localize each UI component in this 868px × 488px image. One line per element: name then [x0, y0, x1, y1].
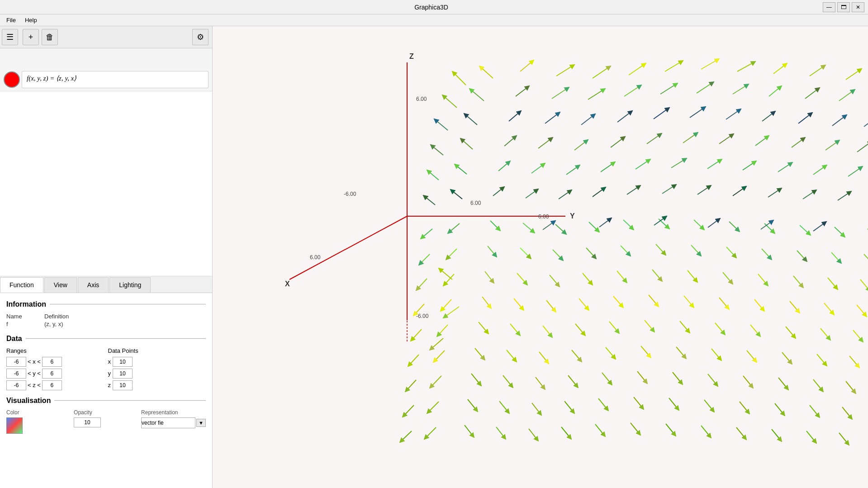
- repr-label: Representation: [141, 409, 206, 416]
- dp-y-input[interactable]: [113, 369, 133, 379]
- y-axis-label: Y: [570, 212, 575, 220]
- vis-title: Visualisation: [6, 397, 51, 405]
- dp-z-row: z: [108, 380, 206, 390]
- z-axis-label: Z: [409, 52, 414, 60]
- svg-text:-6.00: -6.00: [344, 191, 356, 197]
- repr-section: Representation ▼: [141, 409, 206, 428]
- menu-bar: File Help: [0, 14, 868, 26]
- repr-input[interactable]: [141, 417, 195, 428]
- tab-bar: Function View Axis Lighting: [0, 276, 212, 293]
- canvas-svg: Z X Y 6.00 -6.00 6.00 6.00 6.00 -6.00: [213, 26, 868, 488]
- x-max-input[interactable]: [42, 357, 62, 367]
- x-min-input[interactable]: [6, 357, 26, 367]
- opacity-input[interactable]: [74, 417, 101, 427]
- svg-text:-6.00: -6.00: [416, 313, 429, 319]
- tab-view[interactable]: View: [44, 277, 77, 293]
- close-button[interactable]: ✕: [852, 2, 864, 12]
- vis-grid: Color Opacity Representation ▼: [6, 409, 206, 434]
- vis-divider: [54, 400, 206, 401]
- delete-button[interactable]: 🗑: [42, 29, 58, 45]
- function-row: f(x, y, z) = ⟨z, y, x⟩: [0, 68, 212, 91]
- y-max-input[interactable]: [42, 369, 62, 379]
- settings-button[interactable]: ⚙: [192, 29, 209, 45]
- svg-text:6.00: 6.00: [310, 254, 321, 261]
- range-y-row: < y <: [6, 369, 104, 379]
- ranges-section: Ranges < x < < y < < z <: [6, 347, 104, 392]
- dp-y-label: y: [108, 370, 111, 377]
- color-label: Color: [6, 409, 70, 416]
- dp-x-input[interactable]: [113, 357, 133, 367]
- minimize-button[interactable]: —: [823, 2, 835, 12]
- range-z-row: < z <: [6, 380, 104, 390]
- z-max-input[interactable]: [42, 380, 62, 390]
- opacity-label: Opacity: [74, 409, 138, 416]
- main-layout: ☰ + 🗑 ⇔ ⚙ f(x, y, z) = ⟨z, y, x⟩: [0, 26, 868, 488]
- function-input[interactable]: f(x, y, z) = ⟨z, y, x⟩: [22, 71, 209, 88]
- tab-axis[interactable]: Axis: [78, 277, 109, 293]
- window-title: Graphica3D: [40, 4, 823, 11]
- title-bar: Graphica3D — 🗖 ✕: [0, 0, 868, 14]
- name-label: Name: [6, 313, 43, 320]
- function-color-button[interactable]: [4, 71, 20, 88]
- info-table: Name Definition f (z, y, x): [6, 313, 206, 327]
- data-title: Data: [6, 335, 22, 343]
- dp-label: Data Points: [108, 347, 206, 354]
- toolbar: ☰ + 🗑 ⇔ ⚙: [0, 26, 212, 48]
- color-swatch[interactable]: [6, 417, 23, 434]
- data-divider: [26, 338, 206, 339]
- z-min-input[interactable]: [6, 380, 26, 390]
- repr-dropdown-icon[interactable]: ▼: [196, 419, 206, 427]
- x-axis-label: X: [285, 280, 290, 288]
- menu-help[interactable]: Help: [20, 16, 42, 24]
- tab-lighting[interactable]: Lighting: [109, 277, 151, 293]
- menu-file[interactable]: File: [2, 16, 20, 24]
- section-divider: [50, 304, 206, 304]
- dp-z-input[interactable]: [113, 380, 133, 390]
- y-lt1: < y <: [28, 370, 41, 377]
- function-list: [0, 91, 212, 276]
- color-section: Color: [6, 409, 70, 434]
- dp-z-label: z: [108, 382, 111, 389]
- hamburger-button[interactable]: ☰: [2, 29, 18, 45]
- information-header: Information: [6, 300, 206, 308]
- ranges-label: Ranges: [6, 347, 104, 354]
- vis-header: Visualisation: [6, 397, 206, 405]
- opacity-section: Opacity: [74, 409, 138, 427]
- settings-icon: ⚙: [197, 32, 204, 42]
- add-icon: +: [28, 33, 33, 42]
- svg-text:6.00: 6.00: [416, 96, 427, 102]
- add-button[interactable]: +: [23, 29, 39, 45]
- tab-function[interactable]: Function: [0, 277, 43, 293]
- panel-content: Information Name Definition f (z, y, x) …: [0, 293, 212, 488]
- svg-text:6.00: 6.00: [538, 213, 549, 220]
- dp-x-row: x: [108, 357, 206, 367]
- delete-icon: 🗑: [46, 33, 54, 42]
- definition-label: Definition: [44, 313, 206, 320]
- svg-text:6.00: 6.00: [470, 200, 481, 206]
- datapoints-section: Data Points x y z: [108, 347, 206, 392]
- left-panel: ☰ + 🗑 ⇔ ⚙ f(x, y, z) = ⟨z, y, x⟩: [0, 26, 213, 488]
- data-header: Data: [6, 335, 206, 343]
- z-lt1: < z <: [28, 382, 41, 389]
- range-x-row: < x <: [6, 357, 104, 367]
- x-lt1: < x <: [28, 358, 41, 365]
- dp-x-label: x: [108, 358, 111, 365]
- hamburger-icon: ☰: [6, 32, 14, 42]
- y-min-input[interactable]: [6, 369, 26, 379]
- name-value: f: [6, 321, 43, 327]
- maximize-button[interactable]: 🗖: [837, 2, 850, 12]
- canvas-area[interactable]: Z X Y 6.00 -6.00 6.00 6.00 6.00 -6.00: [213, 26, 868, 488]
- data-grid: Ranges < x < < y < < z <: [6, 347, 206, 392]
- definition-value: (z, y, x): [44, 321, 206, 327]
- information-title: Information: [6, 300, 46, 308]
- dp-y-row: y: [108, 369, 206, 379]
